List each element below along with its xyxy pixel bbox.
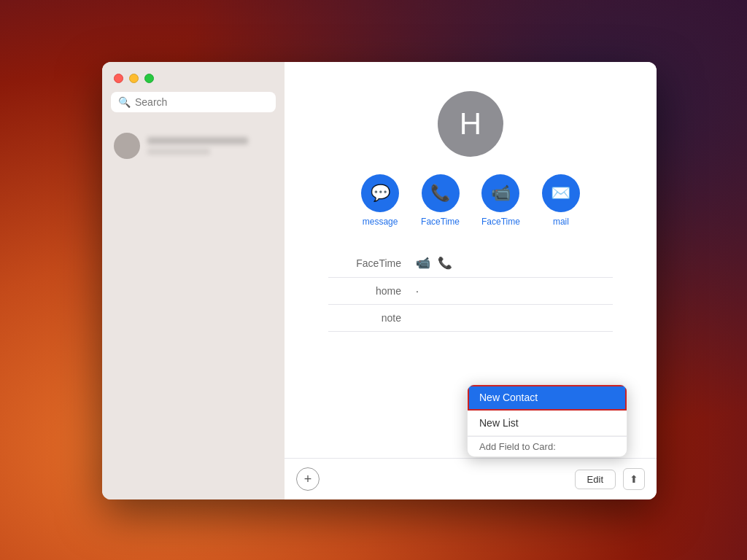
- maximize-button[interactable]: [144, 74, 154, 83]
- new-contact-menu-item[interactable]: New Contact: [468, 385, 627, 411]
- facetime-audio-label: FaceTime: [421, 217, 460, 227]
- video-small-icon[interactable]: 📹: [416, 256, 430, 270]
- video-icon: 📹: [481, 174, 519, 212]
- list-item[interactable]: [102, 127, 285, 165]
- contact-list: [102, 121, 285, 499]
- minimize-button[interactable]: [129, 74, 139, 83]
- message-icon: 💬: [361, 174, 399, 212]
- facetime-video-action-button[interactable]: 📹 FaceTime: [481, 174, 520, 227]
- phone-small-icon[interactable]: 📞: [438, 256, 452, 270]
- search-input[interactable]: [135, 96, 268, 108]
- avatar: H: [438, 91, 503, 157]
- phone-icon: 📞: [422, 174, 460, 212]
- facetime-row: FaceTime 📹 📞: [328, 249, 613, 278]
- add-field-header: Add Field to Card:: [468, 437, 627, 456]
- bottom-bar: + Edit ⬆ New Contact New List: [285, 458, 657, 499]
- home-value: ·: [416, 285, 613, 297]
- share-icon: ⬆: [630, 473, 638, 485]
- edit-button[interactable]: Edit: [575, 470, 616, 489]
- add-button[interactable]: +: [296, 467, 320, 491]
- dropdown-menu: New Contact New List Add Field to Card:: [467, 384, 627, 457]
- message-label: message: [363, 217, 398, 227]
- search-bar[interactable]: 🔍: [111, 92, 276, 112]
- mail-label: mail: [553, 217, 569, 227]
- new-list-menu-item[interactable]: New List: [468, 411, 627, 436]
- facetime-icons: 📹 📞: [416, 256, 452, 270]
- sidebar: 🔍: [102, 62, 285, 499]
- bottom-right-buttons: Edit ⬆: [575, 468, 645, 490]
- note-row: note: [328, 305, 613, 332]
- home-row: home ·: [328, 278, 613, 305]
- share-button[interactable]: ⬆: [623, 468, 645, 490]
- message-action-button[interactable]: 💬 message: [361, 174, 399, 227]
- home-label: home: [328, 285, 416, 297]
- mail-action-button[interactable]: ✉️ mail: [542, 174, 580, 227]
- avatar: [114, 133, 140, 159]
- main-content: H 💬 message 📞 FaceTime 📹 FaceTime ✉️: [285, 62, 657, 499]
- mail-icon: ✉️: [542, 174, 580, 212]
- search-icon: 🔍: [118, 96, 131, 108]
- facetime-audio-action-button[interactable]: 📞 FaceTime: [421, 174, 460, 227]
- close-button[interactable]: [114, 74, 123, 83]
- facetime-label: FaceTime: [328, 257, 416, 269]
- note-label: note: [328, 312, 416, 324]
- contacts-window: 🔍 H 💬 message: [102, 62, 657, 499]
- facetime-video-label: FaceTime: [481, 217, 520, 227]
- traffic-lights: [102, 62, 285, 92]
- action-buttons: 💬 message 📞 FaceTime 📹 FaceTime ✉️ mail: [361, 174, 580, 227]
